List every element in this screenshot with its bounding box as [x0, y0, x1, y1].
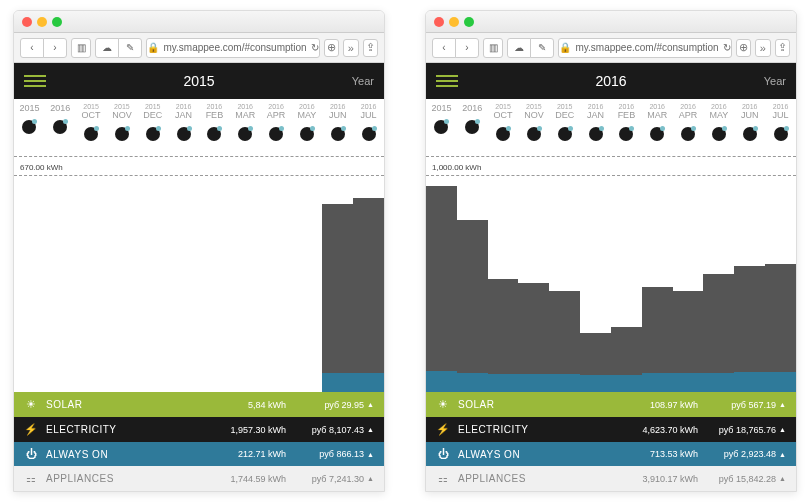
month-tab[interactable]: 2016APR [261, 99, 292, 156]
traffic-lights [434, 17, 474, 27]
bar [703, 274, 734, 392]
chart-bars [426, 182, 796, 392]
month-tab[interactable]: 2016JUL [765, 99, 796, 156]
month-tab[interactable]: 2016JUN [734, 99, 765, 156]
forward-button[interactable]: › [43, 38, 67, 58]
month-tab[interactable]: 2016MAR [642, 99, 673, 156]
month-tab[interactable]: 2015DEC [549, 99, 580, 156]
month-tab[interactable]: 2016 [457, 99, 488, 156]
tabs-button[interactable]: » [343, 39, 358, 57]
reader-button[interactable]: ⊕ [736, 39, 751, 57]
month-tab[interactable]: 2015OCT [76, 99, 107, 156]
page-title: 2015 [183, 73, 214, 89]
traffic-lights [22, 17, 62, 27]
edit-icon[interactable]: ✎ [118, 38, 142, 58]
row-electricity[interactable]: ⚡ELECTRICITY4,623.70 kWhруб 18,765.76▲ [426, 417, 796, 442]
bar [642, 287, 673, 392]
month-tab[interactable]: 2016 [45, 99, 76, 156]
cloud-icon[interactable]: ☁ [95, 38, 119, 58]
app-header: 2015 Year [14, 63, 384, 99]
down-icon: ▲ [779, 426, 786, 433]
up-icon: ▲ [367, 475, 374, 482]
row-always-on[interactable]: ⏻ALWAYS ON713.53 kWhруб 2,923.48▲ [426, 442, 796, 466]
bolt-icon: ⚡ [24, 423, 38, 436]
month-tab[interactable]: 2015NOV [518, 99, 549, 156]
row-appliances[interactable]: ⚏APPLIANCES3,910.17 kWhруб 15,842.28▲ [426, 466, 796, 491]
power-icon: ⏻ [436, 448, 450, 460]
month-tab[interactable]: 2016MAY [291, 99, 322, 156]
plug-icon: ⚏ [24, 472, 38, 485]
sidebar-button[interactable]: ▥ [483, 38, 503, 58]
reader-button[interactable]: ⊕ [324, 39, 339, 57]
summary-rows: ☀SOLAR108.97 kWhруб 567.19▲ ⚡ELECTRICITY… [426, 392, 796, 491]
cloud-icon[interactable]: ☁ [507, 38, 531, 58]
maximize-icon[interactable] [464, 17, 474, 27]
bar [611, 327, 642, 392]
y-axis-label: 1,000.00 kWh [432, 163, 481, 172]
month-tab[interactable]: 2016JAN [168, 99, 199, 156]
row-appliances[interactable]: ⚏APPLIANCES1,744.59 kWhруб 7,241.30▲ [14, 466, 384, 491]
tabs-button[interactable]: » [755, 39, 770, 57]
month-tab[interactable]: 2015OCT [488, 99, 519, 156]
bar [549, 291, 580, 392]
maximize-icon[interactable] [52, 17, 62, 27]
browser-toolbar: ‹› ▥ ☁✎ 🔒 my.smappee.com/#consumption ↻ … [14, 33, 384, 63]
menu-icon[interactable] [24, 75, 46, 87]
bar [518, 283, 549, 392]
power-icon: ⏻ [24, 448, 38, 460]
month-tab[interactable]: 2016APR [673, 99, 704, 156]
chart-bars [14, 182, 384, 392]
bar [734, 266, 765, 392]
month-tab[interactable]: 2015 [426, 99, 457, 156]
down-icon: ▲ [779, 475, 786, 482]
row-solar[interactable]: ☀SOLAR108.97 kWhруб 567.19▲ [426, 392, 796, 417]
minimize-icon[interactable] [449, 17, 459, 27]
month-tabs[interactable]: 201520162015OCT2015NOV2015DEC2016JAN2016… [14, 99, 384, 157]
up-icon: ▲ [367, 426, 374, 433]
month-tab[interactable]: 2015DEC [137, 99, 168, 156]
url-text: my.smappee.com/#consumption [163, 42, 306, 53]
bar [426, 186, 457, 392]
edit-icon[interactable]: ✎ [530, 38, 554, 58]
back-button[interactable]: ‹ [432, 38, 456, 58]
sun-icon: ☀ [24, 398, 38, 411]
up-icon: ▲ [367, 401, 374, 408]
month-tab[interactable]: 2016FEB [611, 99, 642, 156]
month-tab[interactable]: 2015NOV [106, 99, 137, 156]
close-icon[interactable] [434, 17, 444, 27]
forward-button[interactable]: › [455, 38, 479, 58]
month-tab[interactable]: 2016FEB [199, 99, 230, 156]
share-button[interactable]: ⇪ [363, 39, 378, 57]
row-always-on[interactable]: ⏻ALWAYS ON212.71 kWhруб 866.13▲ [14, 442, 384, 466]
back-button[interactable]: ‹ [20, 38, 44, 58]
minimize-icon[interactable] [37, 17, 47, 27]
plug-icon: ⚏ [436, 472, 450, 485]
menu-icon[interactable] [436, 75, 458, 87]
up-icon: ▲ [367, 451, 374, 458]
month-tab[interactable]: 2016MAR [230, 99, 261, 156]
bar [322, 204, 353, 392]
grid-line [426, 175, 796, 176]
month-tab[interactable]: 2016JUN [322, 99, 353, 156]
month-tabs[interactable]: 201520162015OCT2015NOV2015DEC2016JAN2016… [426, 99, 796, 157]
period-selector[interactable]: Year [764, 75, 786, 87]
y-axis-label: 670.00 kWh [20, 163, 63, 172]
month-tab[interactable]: 2016JUL [353, 99, 384, 156]
row-electricity[interactable]: ⚡ELECTRICITY1,957.30 kWhруб 8,107.43▲ [14, 417, 384, 442]
sidebar-button[interactable]: ▥ [71, 38, 91, 58]
url-bar[interactable]: 🔒 my.smappee.com/#consumption ↻ [558, 38, 731, 58]
url-bar[interactable]: 🔒 my.smappee.com/#consumption ↻ [146, 38, 319, 58]
chart-area: 1,000.00 kWh [426, 157, 796, 392]
month-tab[interactable]: 2016JAN [580, 99, 611, 156]
share-button[interactable]: ⇪ [775, 39, 790, 57]
month-tab[interactable]: 2016MAY [703, 99, 734, 156]
month-tab[interactable]: 2015 [14, 99, 45, 156]
sun-icon: ☀ [436, 398, 450, 411]
up-icon: ▲ [779, 451, 786, 458]
bar [488, 279, 519, 392]
period-selector[interactable]: Year [352, 75, 374, 87]
close-icon[interactable] [22, 17, 32, 27]
bar [457, 220, 488, 392]
row-solar[interactable]: ☀SOLAR5,84 kWhруб 29.95▲ [14, 392, 384, 417]
summary-rows: ☀SOLAR5,84 kWhруб 29.95▲ ⚡ELECTRICITY1,9… [14, 392, 384, 491]
